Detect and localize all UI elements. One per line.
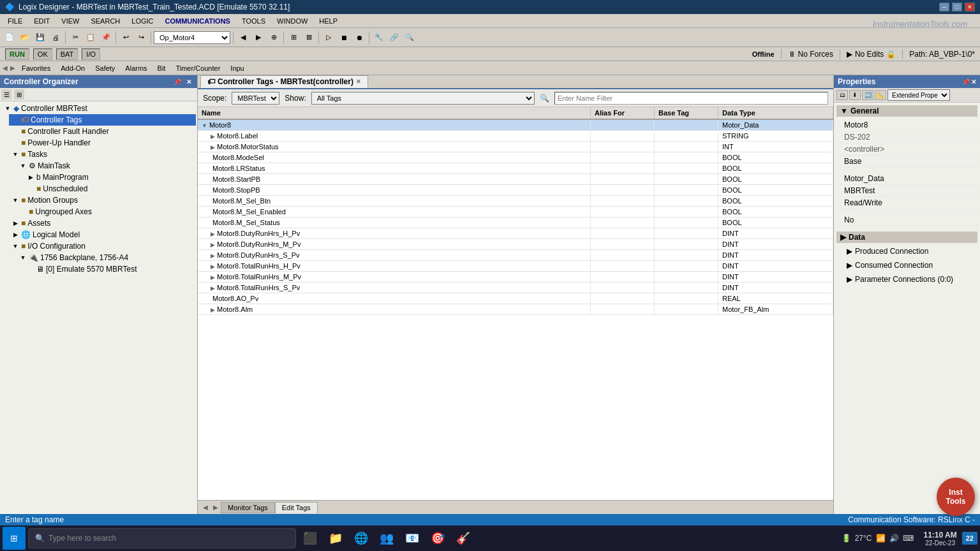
row-expand-icon[interactable]: ▼ (202, 122, 207, 129)
table-row[interactable]: ▶Motor8.TotalRunHrs_M_Pv DINT (198, 272, 833, 283)
fav-nav-right[interactable]: ▶ (10, 64, 15, 71)
props-data-header[interactable]: ▶ Data (836, 231, 977, 243)
table-row[interactable]: ▶Motor8.Label STRING (198, 131, 833, 142)
scope-select[interactable]: MBRTest (232, 92, 279, 105)
toolbar-redo[interactable]: ↪ (134, 31, 148, 45)
row-expand-icon[interactable]: ▶ (211, 285, 215, 291)
close-button[interactable]: ✕ (965, 3, 975, 11)
props-general-header[interactable]: ▼ General (836, 105, 977, 117)
toolbar-btn7[interactable]: ⏹ (337, 31, 351, 45)
tree-motion-groups[interactable]: ▼ ■ Motion Groups (9, 195, 196, 206)
tree-controller-mbrtest[interactable]: ▼ ◆ Controller MBRTest (1, 103, 196, 114)
row-expand-icon[interactable]: ▶ (211, 133, 215, 140)
toolbar-undo[interactable]: ↩ (119, 31, 133, 45)
fav-bit[interactable]: Bit (154, 63, 170, 73)
menu-file[interactable]: FILE (3, 16, 27, 26)
table-row[interactable]: ▼Motor8 Motor_Data (198, 119, 833, 131)
tree-controller-tags[interactable]: 🏷 Controller Tags (9, 114, 196, 126)
fav-timer[interactable]: Timer/Counter (172, 63, 224, 73)
menu-view[interactable]: VIEW (56, 16, 84, 26)
toolbar-btn8[interactable]: ⏺ (352, 31, 366, 45)
table-row[interactable]: Motor8.AO_Pv REAL (198, 293, 833, 304)
name-filter-input[interactable] (554, 92, 828, 105)
toolbar-print[interactable]: 🖨 (48, 31, 63, 45)
fav-inpu[interactable]: Inpu (226, 63, 248, 73)
taskbar-app2[interactable]: 🎸 (452, 527, 475, 550)
table-row[interactable]: ▶Motor8.Alm Motor_FB_Alm (198, 304, 833, 315)
props-btn4[interactable]: 📐 (875, 90, 886, 100)
props-btn3[interactable]: 🔤 (862, 90, 873, 100)
fav-safety[interactable]: Safety (91, 63, 119, 73)
minimize-button[interactable]: ─ (939, 3, 949, 11)
tree-btn1[interactable]: ☰ (1, 89, 11, 99)
menu-tools[interactable]: TOOLS (237, 16, 271, 26)
props-pin[interactable]: 📌 (962, 78, 970, 85)
notification-count[interactable]: 22 (962, 532, 977, 545)
toolbar-btn2[interactable]: ▶ (251, 31, 265, 45)
menu-edit[interactable]: EDIT (29, 16, 55, 26)
maximize-button[interactable]: □ (952, 3, 962, 11)
table-row[interactable]: Motor8.LRStatus BOOL (198, 163, 833, 174)
table-row[interactable]: Motor8.M_Sel_Enabled BOOL (198, 207, 833, 217)
fav-alarms[interactable]: Alarms (121, 63, 151, 73)
tree-powerup-handler[interactable]: ■ Power-Up Handler (9, 137, 196, 149)
table-row[interactable]: Motor8.StopPB BOOL (198, 185, 833, 196)
table-row[interactable]: Motor8.ModeSel BOOL (198, 152, 833, 163)
toolbar-btn5[interactable]: ⊠ (302, 31, 316, 45)
tree-assets[interactable]: ▶ ■ Assets (9, 217, 196, 229)
toolbar-new[interactable]: 📄 (3, 31, 17, 45)
props-view-select[interactable]: Extended Prope (887, 89, 950, 101)
show-select[interactable]: All Tags (311, 92, 535, 105)
toolbar-save[interactable]: 💾 (33, 31, 47, 45)
tree-emulate[interactable]: 🖥 [0] Emulate 5570 MBRTest (24, 263, 196, 275)
routine-dropdown[interactable]: Op_Motor4 (154, 31, 230, 44)
tree-logical-model[interactable]: ▶ 🌐 Logical Model (9, 229, 196, 240)
btm-nav-left[interactable]: ◀ (200, 503, 211, 512)
tree-fault-handler[interactable]: ■ Controller Fault Handler (9, 126, 196, 137)
fav-addon[interactable]: Add-On (57, 63, 89, 73)
panel-pin[interactable]: 📌 (172, 78, 183, 85)
menu-communications[interactable]: COMMUNICATIONS (160, 16, 235, 26)
tab-close-btn[interactable]: ✕ (356, 78, 361, 85)
toolbar-copy[interactable]: 📋 (84, 31, 98, 45)
toolbar-btn9[interactable]: 🔧 (372, 31, 386, 45)
props-btn2[interactable]: ⬇ (849, 90, 861, 100)
toolbar-cut[interactable]: ✂ (68, 31, 82, 45)
toolbar-paste[interactable]: 📌 (99, 31, 113, 45)
table-row[interactable]: Motor8.M_Sel_Btn BOOL (198, 196, 833, 207)
props-consumed-header[interactable]: ▶ Consumed Connection (836, 260, 977, 271)
taskbar-outlook[interactable]: 📧 (401, 527, 424, 550)
tree-backplane[interactable]: ▼ 🔌 1756 Backplane, 1756-A4 (17, 252, 196, 263)
props-produced-header[interactable]: ▶ Produced Connection (836, 246, 977, 257)
toolbar-btn10[interactable]: 🔗 (387, 31, 401, 45)
toolbar-btn3[interactable]: ⊕ (267, 31, 281, 45)
tree-ungrouped-axes[interactable]: ■ Ungrouped Axes (17, 206, 196, 217)
panel-close[interactable]: ✕ (184, 78, 193, 85)
taskbar-chrome[interactable]: 🌐 (350, 527, 373, 550)
props-close[interactable]: ✕ (971, 78, 976, 85)
taskbar-teams[interactable]: 👥 (375, 527, 398, 550)
menu-logic[interactable]: LOGIC (126, 16, 158, 26)
fav-favorites[interactable]: Favorites (18, 63, 54, 73)
tree-mainprogram[interactable]: ▶ b MainProgram (24, 172, 196, 183)
table-row[interactable]: Motor8.StartPB BOOL (198, 174, 833, 185)
table-row[interactable]: ▶Motor8.DutyRunHrs_H_Pv DINT (198, 228, 833, 239)
tree-tasks[interactable]: ▼ ■ Tasks (9, 149, 196, 160)
table-row[interactable]: ▶Motor8.TotalRunHrs_S_Pv DINT (198, 283, 833, 293)
taskbar-task-view[interactable]: ⬛ (299, 527, 322, 550)
row-expand-icon[interactable]: ▶ (211, 307, 215, 313)
toolbar-btn4[interactable]: ⊞ (286, 31, 301, 45)
start-button[interactable]: ⊞ (3, 527, 26, 550)
tab-monitor-tags[interactable]: Monitor Tags (221, 502, 275, 513)
row-expand-icon[interactable]: ▶ (211, 274, 215, 281)
toolbar-open[interactable]: 📂 (18, 31, 32, 45)
tab-controller-tags[interactable]: 🏷 Controller Tags - MBRTest(controller) … (200, 75, 368, 88)
system-clock[interactable]: 11:10 AM 22-Dec-23 (924, 531, 957, 547)
taskbar-search[interactable]: 🔍 Type here to search (28, 528, 296, 548)
props-param-header[interactable]: ▶ Parameter Connections (0:0) (836, 274, 977, 285)
row-expand-icon[interactable]: ▶ (211, 253, 215, 259)
tree-btn2[interactable]: ⊞ (14, 89, 24, 99)
table-row[interactable]: ▶Motor8.DutyRunHrs_S_Pv DINT (198, 250, 833, 261)
tab-edit-tags[interactable]: Edit Tags (275, 502, 318, 513)
taskbar-file-explorer[interactable]: 📁 (324, 527, 347, 550)
